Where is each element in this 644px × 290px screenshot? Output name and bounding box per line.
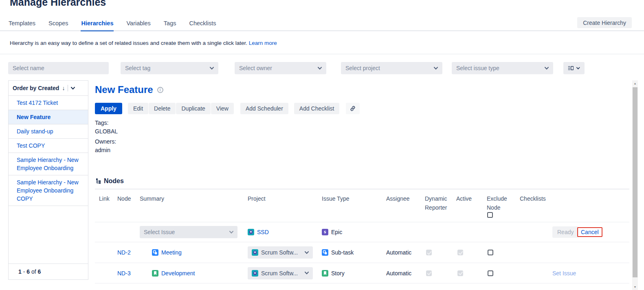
- hierarchy-list-item[interactable]: Daily stand-up: [9, 124, 88, 139]
- hierarchy-title: New Feature i: [95, 84, 163, 95]
- hierarchy-list-item[interactable]: Sample Hierarchy - New Employee Onboardi…: [9, 153, 88, 175]
- pagination-status: 1 - 6 of 6: [9, 263, 88, 279]
- project-dropdown-value: Scrum Softw...: [261, 270, 298, 277]
- nodes-heading-text: Nodes: [104, 177, 124, 185]
- exclude-node-checkbox[interactable]: [488, 250, 493, 255]
- exclude-node-checkbox[interactable]: [488, 270, 493, 276]
- tab-bar: Templates Scopes Hierarchies Variables T…: [8, 19, 217, 31]
- copy-link-button[interactable]: [346, 103, 360, 114]
- create-hierarchy-button[interactable]: Create Hierarchy: [577, 17, 632, 28]
- chevron-down-icon: [210, 67, 214, 70]
- hierarchy-title-text: New Feature: [95, 84, 153, 95]
- chevron-down-icon: [434, 67, 438, 70]
- hierarchy-list-item-selected[interactable]: New Feature: [9, 110, 88, 124]
- owners-label: Owners:: [95, 137, 116, 146]
- learn-more-link[interactable]: Learn more: [249, 40, 277, 46]
- assignee-cell: Automatic: [386, 270, 411, 277]
- owner-filter-value: Select owner: [239, 65, 272, 71]
- column-header-exclude-node: Exclude Node: [487, 194, 510, 212]
- sidebar-spacer: [9, 206, 88, 263]
- subtask-issue-type-icon: [322, 249, 328, 256]
- scrollbar-thumb[interactable]: [633, 87, 637, 277]
- project-filter-value: Select project: [345, 65, 380, 71]
- view-button[interactable]: View: [211, 103, 234, 114]
- page-range-end: 6: [26, 268, 30, 275]
- chevron-down-icon: [229, 231, 233, 234]
- column-header-active: Active: [456, 194, 481, 203]
- set-issue-link[interactable]: Set Issue: [552, 270, 576, 277]
- duplicate-button[interactable]: Duplicate: [176, 103, 210, 114]
- manage-hierarchies-screen: Manage Hierarchies Templates Scopes Hier…: [0, 0, 644, 290]
- active-checkbox[interactable]: [457, 270, 463, 276]
- page-range-of: of: [31, 268, 36, 275]
- node-key-link[interactable]: ND-3: [117, 270, 131, 277]
- sort-descending-icon[interactable]: ↓: [62, 85, 65, 91]
- cancel-button[interactable]: Cancel: [581, 229, 599, 235]
- table-row-nd2: ND-2 Meeting Scrum Softw... Sub-task Aut…: [95, 242, 629, 263]
- issue-type-filter-select[interactable]: Select issue type: [452, 62, 553, 74]
- tab-hierarchies[interactable]: Hierarchies: [81, 19, 114, 31]
- hierarchy-list-item[interactable]: Test 4172 Ticket: [9, 96, 88, 110]
- tags-section: Tags: GLOBAL: [95, 119, 118, 136]
- exclude-node-cell: [488, 270, 493, 276]
- dynamic-reporter-checkbox[interactable]: [426, 250, 432, 255]
- page-description: Hierarchy is an easy way to define a set…: [10, 40, 277, 46]
- tab-templates[interactable]: Templates: [8, 19, 36, 31]
- order-by-control[interactable]: Order by Created ↓: [9, 81, 88, 96]
- apply-button[interactable]: Apply: [95, 103, 122, 114]
- hierarchy-list-item[interactable]: Sample Hierarchy - New Employee Onboardi…: [9, 175, 88, 206]
- tab-tags[interactable]: Tags: [163, 19, 177, 31]
- hierarchy-list-panel: Order by Created ↓ Test 4172 Ticket New …: [8, 80, 88, 280]
- summary-link[interactable]: Development: [161, 270, 195, 277]
- project-avatar-icon: [248, 229, 254, 235]
- edit-actions-group: Edit Delete Duplicate View: [128, 103, 234, 114]
- epic-issue-type-icon: [322, 229, 328, 235]
- tab-scopes[interactable]: Scopes: [48, 19, 68, 31]
- tags-label: Tags:: [95, 119, 118, 127]
- ready-button[interactable]: Ready: [552, 226, 578, 238]
- view-options-button[interactable]: [563, 62, 585, 74]
- exclude-all-checkbox[interactable]: [487, 212, 493, 218]
- dynamic-reporter-checkbox[interactable]: [426, 270, 432, 276]
- name-filter[interactable]: [8, 62, 109, 74]
- scroll-up-arrow-icon[interactable]: ▲: [632, 80, 638, 86]
- list-layout-icon: [568, 65, 574, 71]
- project-avatar-icon: [252, 249, 258, 256]
- add-scheduler-button[interactable]: Add Scheduler: [240, 103, 288, 114]
- vertical-scrollbar[interactable]: ▲ ▼: [632, 80, 638, 290]
- active-cell: [457, 250, 463, 255]
- issue-type-cell: Epic: [322, 229, 342, 235]
- scroll-down-arrow-icon[interactable]: ▼: [632, 284, 638, 290]
- project-link[interactable]: SSD: [257, 229, 269, 235]
- project-dropdown[interactable]: Scrum Softw...: [248, 267, 313, 279]
- issue-type-label: Sub-task: [331, 249, 354, 256]
- edit-button[interactable]: Edit: [128, 103, 148, 114]
- hierarchy-actions-toolbar: Apply Edit Delete Duplicate View Add Sch…: [95, 103, 360, 114]
- tab-checklists[interactable]: Checklists: [189, 19, 216, 31]
- select-issue-dropdown[interactable]: Select Issue: [140, 226, 237, 238]
- hierarchy-list-item[interactable]: Test COPY: [9, 139, 88, 153]
- active-checkbox[interactable]: [457, 250, 463, 255]
- owner-filter-select[interactable]: Select owner: [235, 62, 326, 74]
- node-key-link[interactable]: ND-2: [117, 249, 131, 256]
- column-header-summary: Summary: [140, 194, 237, 203]
- tab-variables[interactable]: Variables: [126, 19, 151, 31]
- chevron-down-icon[interactable]: [71, 87, 75, 90]
- nodes-heading: Nodes: [95, 177, 124, 185]
- tag-filter-select[interactable]: Select tag: [121, 62, 218, 74]
- tags-value: GLOBAL: [95, 127, 118, 136]
- delete-button[interactable]: Delete: [149, 103, 176, 114]
- issue-type-cell: Story: [322, 270, 345, 277]
- summary-link[interactable]: Meeting: [161, 249, 182, 256]
- cancel-cell: Cancel: [577, 227, 602, 237]
- name-filter-input[interactable]: [8, 62, 109, 74]
- table-row-new-node: Select Issue SSD Epic Ready Cancel: [95, 222, 629, 242]
- project-filter-select[interactable]: Select project: [341, 62, 442, 74]
- page-title: Manage Hierarchies: [10, 0, 106, 8]
- info-icon[interactable]: i: [157, 87, 163, 93]
- add-checklist-button[interactable]: Add Checklist: [294, 103, 340, 114]
- issue-type-label: Story: [331, 270, 345, 277]
- project-dropdown[interactable]: Scrum Softw...: [248, 246, 313, 259]
- tabs-divider: [0, 31, 644, 31]
- page-range-total: 6: [38, 268, 41, 275]
